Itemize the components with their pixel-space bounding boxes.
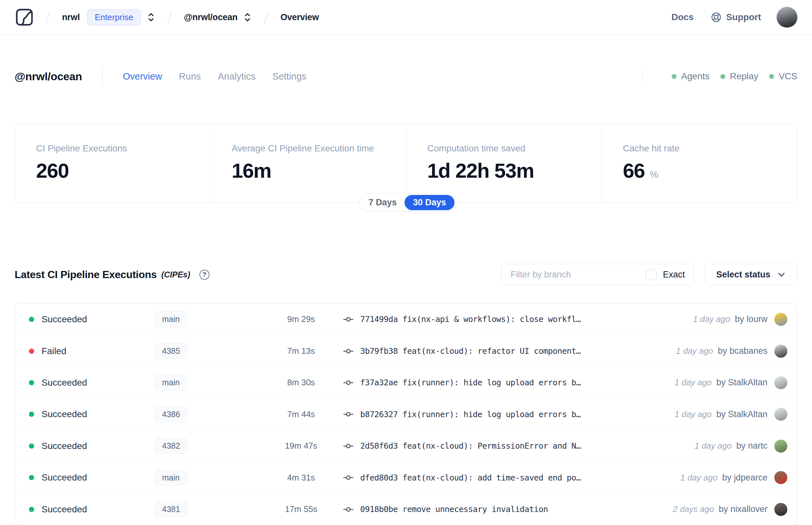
status-dot-icon (29, 507, 34, 512)
duration-label: 4m 31s (260, 473, 342, 483)
author-label[interactable]: by lourw (735, 314, 767, 324)
author-label[interactable]: by jdpearce (722, 473, 767, 482)
timestamp: 1 day ago (693, 314, 730, 324)
org-plan-badge: Enterprise (87, 10, 141, 25)
author-label[interactable]: by nartc (736, 441, 767, 451)
table-row[interactable]: Succeeded 4381 17m 55s 0918b0be remove u… (15, 493, 797, 525)
section-title-suffix: (CIPEs) (162, 270, 190, 280)
breadcrumb-org[interactable]: nrwl (62, 12, 80, 22)
exact-checkbox[interactable] (646, 269, 656, 280)
commit-message[interactable]: 3b79fb38 feat(nx-cloud): refactor UI com… (353, 346, 676, 356)
workspace-switcher-chevron-icon[interactable] (243, 12, 252, 23)
duration-label: 17m 55s (260, 504, 342, 514)
timestamp: 1 day ago (675, 409, 711, 419)
period-toggle: 7 Days 30 Days (359, 193, 456, 211)
commit-message[interactable]: 771499da fix(nx-api & workflows): close … (353, 314, 693, 324)
support-link[interactable]: Support (711, 12, 761, 23)
green-status-dot-icon (672, 74, 677, 79)
org-switcher-chevron-icon[interactable] (146, 12, 156, 23)
branch-badge[interactable]: main (155, 470, 187, 486)
status-label: Succeeded (34, 314, 143, 325)
commit-message[interactable]: 0918b0be remove unnecessary invalidation (353, 505, 673, 514)
row-meta: 1 day ago by jdpearce (680, 473, 767, 483)
support-label: Support (726, 12, 761, 22)
exact-toggle[interactable]: Exact (635, 264, 694, 285)
breadcrumb-workspace[interactable]: @nrwl/ocean (184, 12, 238, 22)
period-option-30-days[interactable]: 30 Days (404, 195, 455, 210)
workspace-header: @nrwl/ocean Overview Runs Analytics Sett… (0, 66, 812, 86)
indicator-agents[interactable]: Agents (672, 71, 709, 81)
stat-cache-hit-rate: Cache hit rate 66 % (601, 124, 797, 202)
avatar[interactable] (774, 471, 787, 484)
nx-cloud-logo-icon[interactable] (15, 7, 34, 27)
avatar[interactable] (774, 376, 787, 389)
avatar[interactable] (774, 503, 787, 516)
avatar[interactable] (774, 408, 787, 421)
author-label[interactable]: by StalkAltan (716, 409, 767, 419)
timestamp: 1 day ago (680, 473, 718, 482)
percent-suffix: % (650, 169, 659, 180)
commit-message[interactable]: b8726327 fix(runner): hide log upload er… (353, 410, 675, 419)
docs-link[interactable]: Docs (671, 12, 693, 22)
indicator-replay[interactable]: Replay (720, 71, 758, 81)
status-dot-icon (29, 411, 34, 417)
table-row[interactable]: Failed 4385 7m 13s 3b79fb38 feat(nx-clou… (15, 335, 797, 366)
status-label: Failed (34, 346, 143, 356)
branch-badge[interactable]: main (155, 375, 187, 390)
green-status-dot-icon (720, 74, 725, 79)
indicator-vcs[interactable]: VCS (769, 71, 797, 81)
branch-badge[interactable]: 4381 (155, 501, 188, 517)
workspace-tabs: Overview Runs Analytics Settings (123, 71, 306, 82)
table-row[interactable]: Succeeded main 4m 31s dfed80d3 feat(nx-c… (15, 462, 797, 493)
cipe-table-body: Succeeded main 9m 29s 771499da fix(nx-ap… (15, 303, 797, 525)
green-status-dot-icon (769, 74, 774, 79)
author-label[interactable]: by nixallover (719, 504, 767, 514)
duration-label: 9m 29s (260, 314, 342, 324)
commit-message[interactable]: 2d58f6d3 feat(nx-cloud): PermissionError… (353, 441, 694, 451)
table-row[interactable]: Succeeded main 8m 30s f37a32ae fix(runne… (15, 367, 797, 398)
branch-badge[interactable]: 4385 (155, 343, 188, 359)
indicator-divider (642, 66, 643, 86)
cipe-table: Succeeded main 9m 29s 771499da fix(nx-ap… (15, 303, 797, 525)
branch-badge[interactable]: 4386 (155, 406, 188, 422)
page-title: @nrwl/ocean (15, 70, 82, 83)
status-dot-icon (29, 317, 34, 322)
avatar[interactable] (774, 313, 787, 326)
table-row[interactable]: Succeeded 4386 7m 44s b8726327 fix(runne… (15, 398, 797, 430)
avatar[interactable] (774, 439, 787, 452)
branch-badge[interactable]: main (155, 311, 187, 327)
stat-average-execution-time: Average CI Pipeline Execution time 16m (210, 124, 406, 202)
help-icon[interactable]: ? (199, 270, 210, 280)
table-row[interactable]: Succeeded main 9m 29s 771499da fix(nx-ap… (15, 303, 797, 335)
branch-filter-input[interactable] (502, 264, 635, 285)
lifebuoy-icon (711, 12, 722, 23)
status-label: Succeeded (34, 409, 143, 419)
git-commit-icon (343, 473, 353, 482)
status-dot-icon (29, 475, 34, 480)
git-commit-icon (343, 315, 353, 324)
commit-message[interactable]: f37a32ae fix(runner): hide log upload er… (353, 378, 675, 387)
tab-overview[interactable]: Overview (123, 71, 162, 82)
author-label[interactable]: by StalkAltan (716, 377, 767, 387)
breadcrumb-separator (168, 11, 172, 24)
status-label: Succeeded (34, 441, 143, 451)
commit-message[interactable]: dfed80d3 feat(nx-cloud): add time-saved … (353, 473, 680, 482)
status-select-dropdown[interactable]: Select status (705, 264, 797, 285)
period-option-7-days[interactable]: 7 Days (368, 197, 404, 208)
status-label: Succeeded (34, 472, 143, 483)
author-label[interactable]: by bcabanes (718, 346, 767, 356)
branch-badge[interactable]: 4382 (155, 438, 188, 454)
status-dot-icon (29, 349, 34, 354)
tab-runs[interactable]: Runs (179, 71, 201, 82)
avatar[interactable] (774, 345, 787, 358)
git-commit-icon (343, 410, 353, 418)
table-row[interactable]: Succeeded 4382 19m 47s 2d58f6d3 feat(nx-… (15, 430, 797, 462)
tab-analytics[interactable]: Analytics (218, 71, 256, 82)
user-avatar[interactable] (777, 7, 797, 28)
row-meta: 2 days ago by nixallover (673, 504, 767, 514)
tab-settings[interactable]: Settings (273, 71, 307, 82)
stat-computation-time-saved: Computation time saved 1d 22h 53m (406, 124, 601, 202)
git-commit-icon (343, 442, 353, 450)
breadcrumb-separator (264, 11, 269, 24)
status-dot-icon (29, 444, 34, 449)
